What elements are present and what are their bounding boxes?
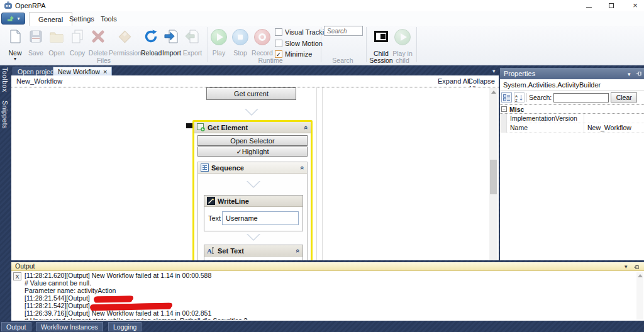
highlight-button[interactable]: ✓Highlight	[197, 147, 308, 157]
sequence-header[interactable]: Sequence «	[198, 162, 307, 174]
new-dropdown-caret-icon[interactable]: ▾	[5, 56, 25, 62]
row-gutter	[500, 114, 507, 123]
reload-icon	[143, 29, 158, 44]
connector-triangle-icon	[247, 181, 260, 188]
pin-icon[interactable]	[633, 264, 640, 270]
app-menu-button[interactable]: ▾	[1, 13, 25, 25]
ribbon-search-input[interactable]	[324, 26, 363, 36]
visual-tracking-checkbox[interactable]: Visual Tracking	[275, 27, 331, 36]
collapse-chevron-icon[interactable]: «	[294, 248, 302, 252]
connector-triangle-icon	[247, 234, 260, 241]
property-value[interactable]: New_Workflow	[587, 124, 631, 131]
panel-menu-icon[interactable]: ▾	[628, 69, 631, 80]
category-misc[interactable]: − Misc	[500, 104, 644, 114]
output-scrollbar[interactable]	[636, 272, 643, 319]
canvas-scrollbar[interactable]	[489, 88, 497, 260]
writeline-title: WriteLine	[218, 197, 300, 205]
import-icon	[164, 29, 179, 44]
redaction-scribble	[94, 296, 133, 302]
statusbar-tab-workflow-instances[interactable]: Workflow Instances	[36, 322, 103, 331]
open-selector-button[interactable]: Open Selector	[197, 135, 308, 146]
clear-output-button[interactable]: X	[13, 272, 21, 280]
writeline-header[interactable]: WriteLine	[204, 196, 303, 207]
log-line: [11:28:21.542][Output]	[25, 302, 628, 309]
properties-panel: Properties ▾ System.Activities.ActivityB…	[500, 68, 644, 260]
scroll-up-icon[interactable]	[638, 274, 643, 277]
slow-motion-checkbox[interactable]: Slow Motion	[275, 38, 323, 48]
play-in-child-label: Play inchild	[390, 50, 415, 64]
alphabetical-sort-button[interactable]: A Z	[514, 92, 525, 102]
files-group-label: Files	[75, 57, 132, 64]
open-folder-icon	[49, 29, 64, 44]
app-menu-arrow-icon	[6, 15, 15, 23]
delete-x-icon	[91, 29, 106, 44]
container-edge-line	[316, 87, 317, 260]
activity-get-element[interactable]: Get Element « Open Selector ✓Highlight S…	[192, 120, 313, 260]
reload-label: Reload	[141, 49, 161, 57]
tab-tools[interactable]: Tools	[92, 12, 126, 26]
tab-close-icon[interactable]: ×	[103, 68, 107, 75]
export-icon	[185, 29, 200, 44]
property-row[interactable]: ImplementationVersion	[500, 114, 644, 123]
properties-header[interactable]: Properties ▾	[500, 68, 644, 79]
log-line: Parameter name: activityAction	[25, 287, 628, 294]
openrpa-window: OpenRPA × ▾ General Settings Tools New ▾	[0, 0, 644, 332]
doc-tab-new-workflow[interactable]: New Workflow×	[53, 67, 112, 76]
child-session-icon	[374, 31, 388, 42]
category-collapse-icon[interactable]: −	[501, 106, 507, 112]
save-floppy-icon	[28, 29, 43, 44]
close-button[interactable]: ×	[626, 1, 644, 10]
checkbox-icon[interactable]	[275, 28, 282, 36]
record-icon	[254, 29, 270, 45]
get-current-button[interactable]: Get current	[206, 87, 296, 100]
maximize-button[interactable]	[602, 1, 621, 10]
statusbar-tab-output[interactable]: Output	[1, 322, 31, 331]
save-label: Save	[26, 49, 46, 57]
set-text-header[interactable]: A Set Text «	[204, 245, 303, 257]
row-gutter	[500, 123, 507, 133]
statusbar-tab-logging[interactable]: Logging	[108, 322, 142, 331]
clear-button[interactable]: Clear	[611, 92, 637, 102]
ribbon: New ▾ Save Open Copy	[0, 26, 644, 65]
categorized-icon	[503, 94, 510, 101]
minimize-button[interactable]	[580, 1, 599, 10]
workflow-designer: New_Workflow Expand All Collapse All Get…	[11, 75, 499, 260]
properties-toolbar: A Z Search: Clear	[500, 91, 644, 104]
sidebar-tab-snippets[interactable]: Snippets	[1, 101, 9, 129]
output-panel: Output ▾ X [11:28:21.620][Output] New Wo…	[11, 262, 644, 321]
writeline-text-input[interactable]	[222, 211, 299, 225]
checkbox-icon[interactable]	[275, 40, 282, 47]
group-separator	[366, 27, 367, 62]
log-line-clipped: # Unexpected element state while queryin…	[25, 317, 628, 320]
app-logo-icon	[4, 1, 13, 10]
workflow-canvas[interactable]: Get current Get Element « Open Selector …	[11, 87, 499, 260]
workflow-breadcrumb-name[interactable]: New_Workflow	[16, 77, 62, 85]
pin-icon[interactable]	[636, 70, 642, 77]
properties-title: Properties	[504, 70, 535, 77]
scroll-up-icon[interactable]	[491, 91, 496, 94]
scrollbar-thumb[interactable]	[490, 160, 497, 194]
play-label: Play	[209, 49, 229, 57]
output-panel-header[interactable]: Output ▾	[11, 262, 644, 271]
activity-sequence[interactable]: Sequence « WriteLine	[197, 162, 308, 260]
record-label: Record	[252, 49, 273, 57]
stop-icon	[232, 29, 248, 45]
sequence-icon	[201, 163, 209, 172]
activity-writeline[interactable]: WriteLine Text	[204, 195, 303, 231]
property-row[interactable]: Name New_Workflow	[500, 123, 644, 133]
get-element-header[interactable]: Get Element «	[194, 122, 311, 133]
panel-menu-icon[interactable]: ▾	[625, 263, 628, 271]
categorized-view-button[interactable]	[501, 92, 512, 102]
sidebar-tab-toolbox[interactable]: Toolbox	[1, 67, 9, 92]
properties-search-input[interactable]	[553, 93, 609, 102]
text-label: Text	[208, 214, 221, 222]
collapse-chevron-icon[interactable]: «	[299, 165, 306, 169]
output-log[interactable]: X [11:28:21.620][Output] New Workflow fa…	[11, 271, 644, 321]
set-text-icon: A	[207, 246, 215, 255]
activity-plug-icon	[186, 123, 192, 128]
expand-all-link[interactable]: Expand All	[438, 77, 470, 85]
sequence-title: Sequence	[211, 164, 298, 172]
collapse-chevron-icon[interactable]: «	[303, 125, 310, 129]
activity-set-text[interactable]: A Set Text «	[204, 245, 303, 260]
tab-list-dropdown-icon[interactable]: ▾	[492, 68, 496, 74]
